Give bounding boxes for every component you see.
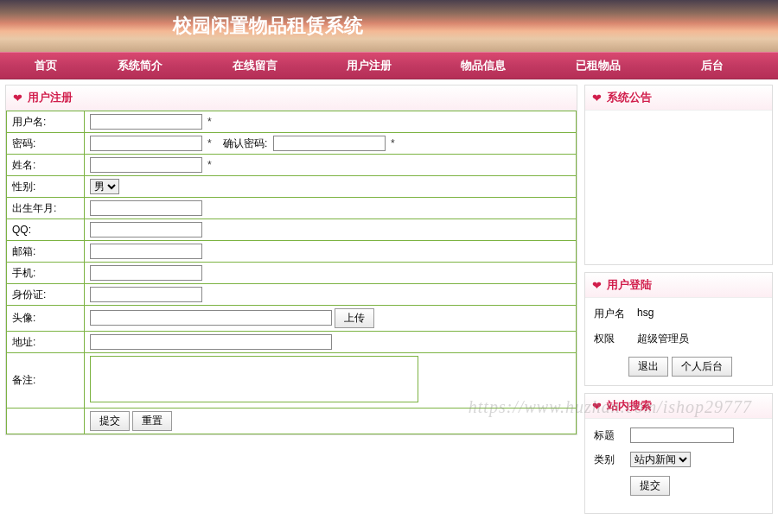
register-form: 用户名: * 密码: * 确认密码: * 姓名: * <box>6 111 577 434</box>
nav-home[interactable]: 首页 <box>9 58 83 73</box>
birth-input[interactable] <box>90 200 202 216</box>
name-label: 姓名: <box>7 155 85 176</box>
confirm-input[interactable] <box>273 136 386 151</box>
announce-body <box>585 111 772 264</box>
avatar-label: 头像: <box>7 306 85 332</box>
idcard-label: 身份证: <box>7 284 85 306</box>
heart-icon: ❤ <box>592 400 602 413</box>
required-mark: * <box>207 116 212 128</box>
address-label: 地址: <box>7 332 85 353</box>
search-title-input[interactable] <box>630 428 734 443</box>
gender-label: 性别: <box>7 176 85 198</box>
nav-rented[interactable]: 已租物品 <box>540 58 654 73</box>
remark-label: 备注: <box>7 353 85 408</box>
login-username-value: hsg <box>637 307 654 321</box>
login-username-label: 用户名 <box>594 307 637 321</box>
login-panel: ❤ 用户登陆 用户名 hsg 权限 超级管理员 退出 个人后台 <box>584 272 773 386</box>
register-panel: ❤ 用户注册 用户名: * 密码: * 确认密码: * <box>5 85 577 435</box>
submit-button[interactable]: 提交 <box>90 411 130 431</box>
qq-label: QQ: <box>7 219 85 241</box>
search-panel: ❤ 站内搜索 标题 类别 站内新闻 提交 <box>584 393 773 514</box>
nav-about[interactable]: 系统简介 <box>83 58 197 73</box>
profile-button[interactable]: 个人后台 <box>672 357 732 377</box>
idcard-input[interactable] <box>90 287 202 302</box>
nav-message[interactable]: 在线留言 <box>197 58 311 73</box>
username-label: 用户名: <box>7 111 85 133</box>
required-mark: * <box>391 137 395 149</box>
heart-icon: ❤ <box>592 92 602 104</box>
gender-select[interactable]: 男 <box>90 179 119 194</box>
required-mark: * <box>207 159 212 171</box>
heart-icon: ❤ <box>592 279 602 292</box>
search-title-label: 标题 <box>594 428 630 443</box>
login-role-label: 权限 <box>594 332 637 346</box>
password-label: 密码: <box>7 133 85 155</box>
username-input[interactable] <box>90 114 202 130</box>
email-input[interactable] <box>90 244 202 259</box>
search-submit-button[interactable]: 提交 <box>630 476 670 496</box>
email-label: 邮箱: <box>7 241 85 263</box>
logout-button[interactable]: 退出 <box>628 357 668 377</box>
address-input[interactable] <box>90 334 332 350</box>
app-title: 校园闲置物品租赁系统 <box>173 13 363 39</box>
search-title: 站内搜索 <box>607 398 652 414</box>
phone-input[interactable] <box>90 265 202 281</box>
banner: 校园闲置物品租赁系统 <box>0 0 778 52</box>
phone-label: 手机: <box>7 263 85 284</box>
password-input[interactable] <box>90 136 202 151</box>
login-role-value: 超级管理员 <box>637 332 689 346</box>
search-category-select[interactable]: 站内新闻 <box>630 452 691 467</box>
announce-title: 系统公告 <box>607 90 652 105</box>
nav-admin[interactable]: 后台 <box>655 58 769 73</box>
avatar-input[interactable] <box>90 310 332 326</box>
heart-icon: ❤ <box>13 92 22 104</box>
required-mark: * <box>207 137 212 149</box>
announce-panel: ❤ 系统公告 <box>584 85 773 265</box>
name-input[interactable] <box>90 157 202 173</box>
main-nav: 首页 系统简介 在线留言 用户注册 物品信息 已租物品 后台 <box>0 52 778 79</box>
birth-label: 出生年月: <box>7 198 85 219</box>
nav-goods[interactable]: 物品信息 <box>426 58 540 73</box>
search-category-label: 类别 <box>594 453 630 467</box>
confirm-label: 确认密码: <box>223 137 267 149</box>
qq-input[interactable] <box>90 222 202 238</box>
reset-button[interactable]: 重置 <box>132 411 172 431</box>
login-title: 用户登陆 <box>607 277 652 293</box>
upload-button[interactable]: 上传 <box>335 308 374 328</box>
nav-register[interactable]: 用户注册 <box>312 58 426 73</box>
remark-input[interactable] <box>90 356 418 402</box>
register-title: 用户注册 <box>28 90 73 105</box>
